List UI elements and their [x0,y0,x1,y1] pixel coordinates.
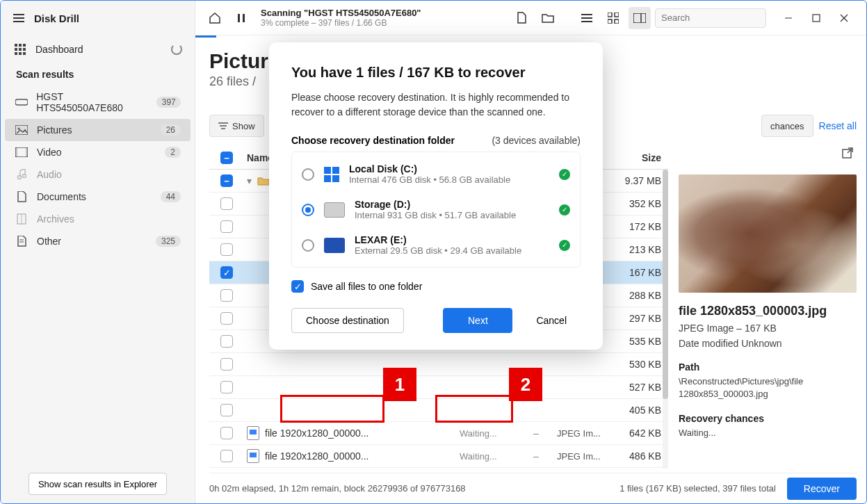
usb-drive-icon [324,238,345,253]
destination-storage-d[interactable]: Storage (D:)Internal 931 GB disk • 51.7 … [295,192,577,227]
windows-drive-icon [324,167,339,182]
ok-icon: ✓ [559,204,570,216]
modal-desc: Please choose recovery destination. It i… [291,90,581,120]
modal-choose-label: Choose recovery destination folder [291,135,455,146]
ok-icon: ✓ [559,240,570,251]
destination-lexar-e[interactable]: LEXAR (E:)External 29.5 GB disk • 29.4 G… [295,227,577,263]
hdd-icon [324,202,345,218]
save-all-checkbox[interactable] [291,280,304,293]
modal-avail: (3 devices available) [492,135,581,146]
modal-title: You have 1 files / 167 KB to recover [291,65,581,81]
radio-icon[interactable] [302,239,314,252]
ok-icon: ✓ [559,169,570,180]
next-button[interactable]: Next [443,308,512,333]
radio-icon[interactable] [302,204,314,216]
radio-icon[interactable] [302,168,314,181]
recovery-modal: You have 1 files / 167 KB to recover Ple… [269,42,603,350]
choose-destination-button[interactable]: Choose destination [291,308,404,333]
destination-local-c[interactable]: Local Disk (C:)Internal 476 GB disk • 56… [295,156,577,192]
save-all-label: Save all files to one folder [311,281,422,292]
cancel-button[interactable]: Cancel [522,308,581,333]
